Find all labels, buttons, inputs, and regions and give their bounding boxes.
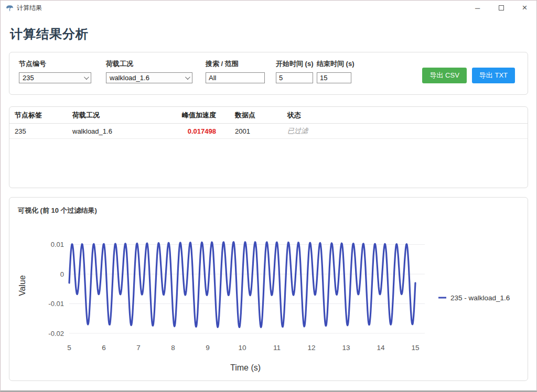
minimize-icon: ─ xyxy=(475,4,480,12)
export-txt-button[interactable]: 导出 TXT xyxy=(472,68,515,83)
page-title: 计算结果分析 xyxy=(10,26,536,42)
x-tick-label: 11 xyxy=(273,344,281,352)
start-time-group: 开始时间 (s) xyxy=(276,59,313,83)
export-csv-button[interactable]: 导出 CSV xyxy=(422,68,466,83)
series-line xyxy=(69,242,415,328)
loadcase-filter-group: 荷载工况 walkload_1.6 xyxy=(106,59,192,83)
window-title: 计算结果 xyxy=(17,4,42,13)
search-filter-label: 搜索 / 范围 xyxy=(206,59,265,69)
table-header-row: 节点标签 荷载工况 峰值加速度 数据点 状态 xyxy=(9,107,528,124)
col-header-loadcase: 荷载工况 xyxy=(67,107,162,124)
x-tick-label: 8 xyxy=(171,344,175,352)
x-tick-label: 7 xyxy=(136,344,141,352)
start-time-input[interactable] xyxy=(276,72,313,83)
node-filter-group: 节点编号 235 xyxy=(19,59,91,83)
col-header-peak: 峰值加速度 xyxy=(162,107,219,124)
col-header-status: 状态 xyxy=(287,107,528,124)
y-axis-title: Value xyxy=(18,275,27,296)
x-tick-label: 6 xyxy=(102,344,106,352)
table-row[interactable]: 235 walkload_1.6 0.017498 2001 已过滤 xyxy=(9,124,528,139)
x-tick-label: 10 xyxy=(238,344,246,352)
loadcase-filter-label: 荷载工况 xyxy=(106,59,192,69)
results-table-panel: 节点标签 荷载工况 峰值加速度 数据点 状态 235 walkload_1.6 … xyxy=(9,106,528,188)
cell-loadcase: walkload_1.6 xyxy=(67,124,162,139)
y-tick-label: -0.02 xyxy=(48,330,64,337)
close-button[interactable]: × xyxy=(513,1,536,15)
close-icon: × xyxy=(522,3,528,13)
export-buttons: 导出 CSV 导出 TXT xyxy=(422,59,515,83)
filter-panel: 节点编号 235 荷载工况 walkload_1.6 搜索 / 范围 开始时间 … xyxy=(9,52,528,95)
x-axis-title: Time (s) xyxy=(230,363,261,372)
cell-node: 235 xyxy=(9,124,67,139)
end-time-input[interactable] xyxy=(317,72,351,83)
chevron-down-icon xyxy=(185,74,190,80)
title-bar: 计算结果 ─ × xyxy=(1,1,536,15)
end-time-label: 结束时间 (s) xyxy=(317,59,351,69)
start-time-label: 开始时间 (s) xyxy=(276,59,313,69)
maximize-button[interactable] xyxy=(489,1,513,15)
cell-data-points: 2001 xyxy=(219,124,287,139)
results-table: 节点标签 荷载工况 峰值加速度 数据点 状态 235 walkload_1.6 … xyxy=(9,107,528,139)
cell-status: 已过滤 xyxy=(287,124,528,139)
y-tick-label: 0.01 xyxy=(51,241,64,248)
app-icon xyxy=(6,4,14,12)
chevron-down-icon xyxy=(84,74,89,80)
loadcase-select-value: walkload_1.6 xyxy=(110,74,149,82)
maximize-icon xyxy=(499,5,504,10)
window-controls: ─ × xyxy=(466,1,536,15)
visualization-panel: 可视化 (前 10 个过滤结果) 0.010-0.01-0.0256789101… xyxy=(9,197,528,381)
node-select[interactable]: 235 xyxy=(19,72,91,83)
node-filter-label: 节点编号 xyxy=(19,59,91,69)
loadcase-select[interactable]: walkload_1.6 xyxy=(106,72,192,83)
x-tick-label: 14 xyxy=(377,344,385,352)
legend-label: 235 - walkload_1.6 xyxy=(450,294,510,302)
chart-svg: 0.010-0.01-0.0256789101112131415Time (s)… xyxy=(9,198,529,380)
node-select-value: 235 xyxy=(23,74,34,82)
x-tick-label: 9 xyxy=(206,344,210,352)
cell-peak-acceleration: 0.017498 xyxy=(162,124,219,139)
col-header-node: 节点标签 xyxy=(9,107,67,124)
app-window: 计算结果 ─ × 计算结果分析 节点编号 235 荷载工况 walkload_1… xyxy=(0,0,537,392)
x-tick-label: 12 xyxy=(307,344,315,352)
col-header-points: 数据点 xyxy=(219,107,287,124)
x-tick-label: 5 xyxy=(67,344,71,352)
search-input[interactable] xyxy=(206,72,265,83)
minimize-button[interactable]: ─ xyxy=(466,1,489,15)
y-tick-label: -0.01 xyxy=(48,300,64,308)
end-time-group: 结束时间 (s) xyxy=(317,59,351,83)
x-tick-label: 13 xyxy=(342,344,350,352)
search-filter-group: 搜索 / 范围 xyxy=(206,59,265,83)
x-tick-label: 15 xyxy=(411,344,419,352)
y-tick-label: 0 xyxy=(60,270,64,278)
